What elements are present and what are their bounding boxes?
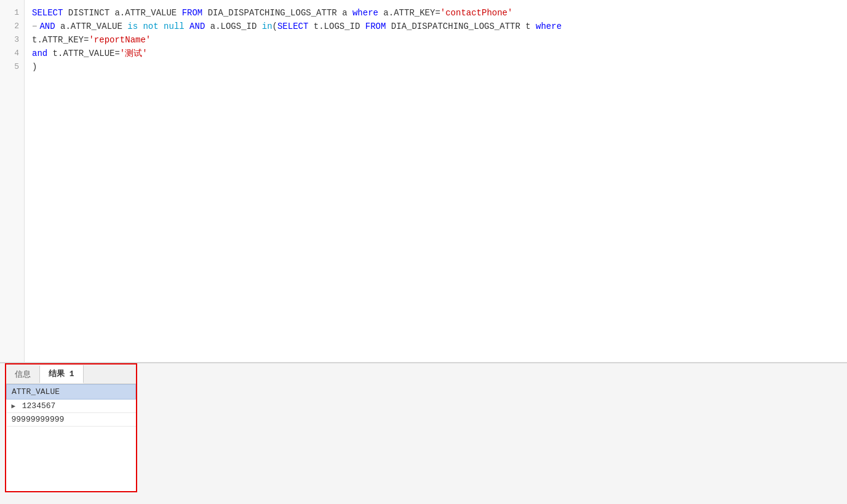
code-token: AND (189, 20, 205, 33)
code-line-4: and t.ATTR_VALUE='测试' (32, 47, 840, 60)
code-line-1: SELECT DISTINCT a.ATTR_VALUE FROM DIA_DI… (32, 6, 840, 20)
tabs-row: 信息结果 1 (6, 364, 136, 384)
code-token: t.ATTR_KEY= (32, 33, 89, 47)
tab-0[interactable]: 信息 (6, 366, 40, 383)
code-token (185, 20, 189, 33)
code-token: not (143, 20, 158, 33)
code-token: a.ATTR_KEY= (378, 6, 440, 20)
code-token (159, 20, 164, 33)
code-token: '测试' (120, 47, 148, 60)
result-table: ATTR_VALUE▶ 123456799999999999 (6, 384, 136, 491)
table-cell-r0-c0: ▶ 1234567 (7, 400, 136, 413)
code-token: where (352, 6, 378, 20)
code-token: and (32, 47, 47, 60)
code-line-3: t.ATTR_KEY='reportName' (32, 33, 840, 47)
code-token: ATTR_VALUE (125, 6, 177, 20)
line-numbers: 12345 (0, 0, 25, 362)
code-token: ) (32, 60, 37, 74)
code-token: a.LOGS_ID (205, 20, 261, 33)
code-line-5: ) (32, 60, 840, 74)
row-arrow-icon: ▶ (12, 403, 20, 410)
code-token: where (536, 20, 562, 33)
code-token: t.LOGS_ID (308, 20, 365, 33)
code-token: SELECT (32, 6, 63, 20)
line-number-4: 4 (5, 47, 19, 60)
code-token: t.ATTR_VALUE= (47, 47, 120, 60)
tab-1[interactable]: 结果 1 (40, 365, 84, 384)
line-number-1: 1 (5, 6, 19, 20)
code-token: SELECT (277, 20, 308, 33)
code-token: null (164, 20, 185, 33)
line-number-3: 3 (5, 33, 19, 47)
table-row: 99999999999 (7, 413, 136, 427)
code-token: a.ATTR_VALUE (55, 20, 128, 33)
code-token: is (127, 20, 138, 33)
code-token: AND (39, 20, 55, 33)
code-token: ( (272, 20, 277, 33)
table-cell-r1-c0: 99999999999 (7, 413, 136, 427)
code-token: DIA_DISPATCHING_LOGS_ATTR (208, 6, 337, 20)
code-token: 'reportName' (89, 33, 151, 47)
table-header-attr_value: ATTR_VALUE (7, 385, 136, 400)
code-line-2: −AND a.ATTR_VALUE is not null AND a.LOGS… (32, 20, 840, 33)
line-number-5: 5 (5, 60, 19, 74)
code-token: in (262, 20, 272, 33)
code-token: FROM (177, 6, 207, 20)
data-table: ATTR_VALUE▶ 123456799999999999 (6, 384, 136, 427)
code-token (138, 20, 143, 33)
result-box: 信息结果 1 ATTR_VALUE▶ 123456799999999999 (5, 363, 137, 492)
bottom-panel: 信息结果 1 ATTR_VALUE▶ 123456799999999999 (0, 363, 847, 504)
collapse-icon-2[interactable]: − (32, 20, 37, 33)
code-token: DIA_DISPATCHING_LOGS_ATTR t (386, 20, 536, 33)
code-token: a (337, 6, 352, 20)
code-token: 'contactPhone' (440, 6, 513, 20)
code-content[interactable]: SELECT DISTINCT a.ATTR_VALUE FROM DIA_DI… (25, 0, 847, 362)
code-token: FROM (365, 20, 386, 33)
code-token: DISTINCT a. (63, 6, 125, 20)
table-row: ▶ 1234567 (7, 400, 136, 413)
line-number-2: 2 (5, 20, 19, 33)
code-editor: 12345 SELECT DISTINCT a.ATTR_VALUE FROM … (0, 0, 847, 363)
